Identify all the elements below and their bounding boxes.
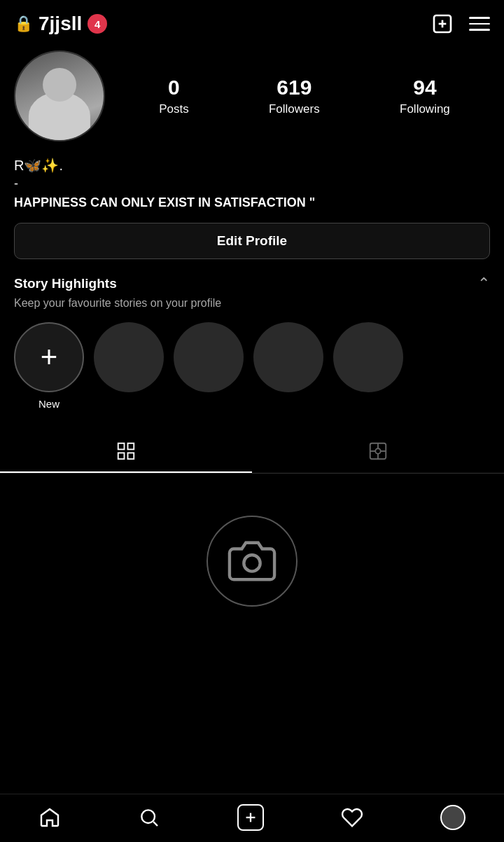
highlight-item[interactable] (94, 322, 164, 410)
posts-label: Posts (159, 102, 189, 116)
tagged-icon (368, 441, 388, 462)
top-bar-right (431, 13, 490, 35)
following-label: Following (400, 102, 450, 116)
plus-square-icon (431, 13, 454, 35)
posts-count: 0 (168, 76, 180, 99)
svg-rect-6 (128, 453, 134, 460)
svg-rect-3 (118, 443, 125, 450)
camera-icon (227, 537, 276, 586)
tabs-section (0, 429, 504, 474)
nav-search[interactable] (138, 806, 160, 829)
plus-icon (243, 810, 258, 825)
hamburger-icon (469, 17, 490, 31)
tab-grid[interactable] (0, 429, 252, 473)
top-bar-left: 🔒 7jjsll 4 (14, 13, 107, 35)
followers-count: 619 (276, 76, 312, 99)
followers-stat[interactable]: 619 Followers (269, 76, 320, 116)
nav-add[interactable] (237, 804, 264, 831)
highlight-circle[interactable] (94, 322, 164, 392)
highlights-subtitle: Keep your favourite stories on your prof… (14, 297, 490, 310)
highlights-title: Story Highlights (14, 276, 117, 291)
highlight-item[interactable] (174, 322, 244, 410)
svg-rect-4 (128, 443, 134, 450)
svg-line-15 (153, 822, 158, 826)
new-highlight-label: New (38, 398, 59, 410)
heart-icon (341, 806, 363, 829)
add-post-button[interactable] (431, 13, 454, 35)
home-icon (38, 806, 61, 829)
following-stat[interactable]: 94 Following (400, 76, 450, 116)
bio-quote: HAPPINESS CAN ONLY EXIST IN SATISFACTION… (14, 194, 490, 212)
highlight-item[interactable] (253, 322, 323, 410)
new-highlight-item[interactable]: + New (14, 322, 84, 410)
svg-point-13 (244, 555, 260, 571)
avatar[interactable] (14, 50, 105, 142)
bio-section: R🦋✨. - HAPPINESS CAN ONLY EXIST IN SATIS… (0, 153, 504, 223)
svg-point-8 (375, 448, 381, 454)
camera-icon-large (206, 516, 298, 607)
menu-button[interactable] (469, 17, 490, 31)
stats-row: 0 Posts 619 Followers 94 Following (119, 76, 490, 116)
tab-tagged[interactable] (252, 429, 504, 473)
nav-home[interactable] (38, 806, 61, 829)
avatar-image (15, 52, 104, 140)
lock-icon: 🔒 (14, 15, 33, 33)
following-count: 94 (413, 76, 436, 99)
bottom-nav (0, 794, 504, 842)
highlights-section: Story Highlights ⌃ Keep your favourite s… (0, 275, 504, 417)
edit-profile-button[interactable]: Edit Profile (14, 223, 490, 259)
highlight-circle[interactable] (253, 322, 323, 392)
highlight-circle[interactable] (174, 322, 244, 392)
posts-stat: 0 Posts (159, 76, 189, 116)
profile-section: 0 Posts 619 Followers 94 Following (0, 43, 504, 153)
nav-profile-avatar (440, 805, 465, 830)
highlights-header: Story Highlights ⌃ (14, 275, 490, 293)
posts-empty-area (0, 474, 504, 670)
svg-point-14 (141, 810, 155, 823)
highlight-item[interactable] (333, 322, 403, 410)
highlights-row: + New (14, 322, 490, 417)
nav-heart[interactable] (341, 806, 363, 829)
bio-name: R🦋✨. (14, 157, 490, 174)
nav-profile[interactable] (440, 805, 465, 830)
followers-label: Followers (269, 102, 320, 116)
grid-icon (115, 441, 136, 462)
highlight-circle[interactable] (333, 322, 403, 392)
search-icon (138, 806, 160, 829)
username: 7jjsll (38, 13, 82, 35)
new-highlight-circle[interactable]: + (14, 322, 84, 392)
chevron-up-icon[interactable]: ⌃ (477, 275, 490, 293)
add-nav-button[interactable] (237, 804, 264, 831)
svg-rect-5 (118, 453, 125, 460)
plus-icon: + (41, 343, 58, 372)
top-bar: 🔒 7jjsll 4 (0, 0, 504, 43)
notification-badge[interactable]: 4 (88, 14, 107, 34)
bio-dash: - (14, 177, 490, 191)
